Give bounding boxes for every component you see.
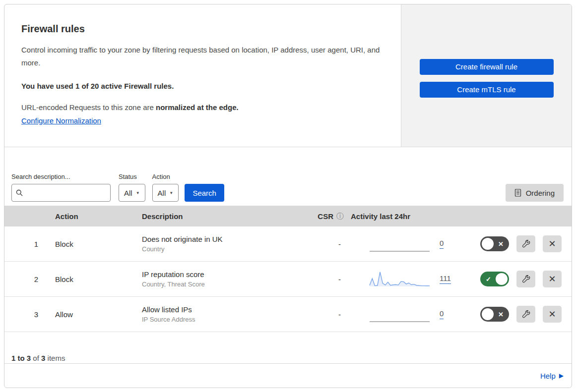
search-button[interactable]: Search — [185, 184, 224, 202]
help-label: Help — [540, 372, 556, 380]
rules-table-body: 1 Block Does not originate in UK Country… — [4, 226, 572, 332]
ordering-list-icon — [514, 189, 521, 197]
rule-controls-cell: ✕ ✕ — [472, 235, 572, 252]
toggle-state-icon: ✕ — [498, 240, 504, 248]
activity-count-link[interactable]: 111 — [440, 274, 451, 284]
toggle-state-icon: ✓ — [486, 276, 491, 283]
status-select[interactable]: All ▼ — [119, 184, 145, 202]
action-select[interactable]: All ▼ — [152, 184, 179, 202]
edit-rule-button[interactable] — [516, 235, 535, 252]
close-icon: ✕ — [548, 309, 556, 320]
rule-fields: IP Source Address — [142, 316, 306, 323]
delete-rule-button[interactable]: ✕ — [543, 271, 562, 287]
enable-toggle[interactable]: ✕ — [480, 307, 509, 322]
search-input[interactable] — [26, 188, 106, 197]
page-description: Control incoming traffic to your zone by… — [21, 44, 381, 70]
rule-description-cell: Allow listed IPs IP Source Address — [135, 305, 306, 323]
toggle-knob — [482, 308, 494, 320]
chevron-down-icon: ▼ — [136, 191, 140, 195]
activity-count-link[interactable]: 0 — [440, 309, 444, 319]
items-of: of — [33, 354, 39, 362]
rule-csr-value: - — [306, 275, 351, 283]
toggle-knob — [496, 273, 508, 285]
table-row: 2 Block IP reputation score Country, Thr… — [4, 262, 572, 297]
table-row: 1 Block Does not originate in UK Country… — [4, 226, 572, 262]
filters-bar: Search description... Status All ▼ Actio… — [4, 147, 572, 202]
enable-toggle[interactable]: ✕ — [480, 236, 509, 251]
ordering-button-label: Ordering — [526, 189, 555, 197]
status-selected-value: All — [124, 189, 132, 197]
toggle-state-icon: ✕ — [498, 311, 504, 318]
create-firewall-rule-button[interactable]: Create firewall rule — [420, 59, 554, 75]
rule-description: Does not originate in UK — [142, 235, 306, 243]
delete-rule-button[interactable]: ✕ — [543, 235, 562, 252]
rule-csr-value: - — [306, 240, 351, 248]
firewall-rules-card: Firewall rules Control incoming traffic … — [4, 4, 572, 388]
normalization-bold: normalized at the edge. — [156, 103, 239, 112]
action-selected-value: All — [158, 189, 166, 197]
ordering-button[interactable]: Ordering — [506, 184, 564, 202]
delete-rule-button[interactable]: ✕ — [543, 306, 562, 323]
help-link[interactable]: Help ▶ — [540, 372, 564, 380]
items-range: 1 to 3 — [11, 354, 31, 362]
wrench-icon — [522, 275, 530, 283]
toggle-knob — [482, 238, 494, 250]
help-bar: Help ▶ — [4, 363, 572, 388]
edit-rule-button[interactable] — [516, 306, 535, 323]
status-label: Status — [119, 173, 145, 180]
rule-activity-cell: 0 — [351, 305, 472, 323]
configure-normalization-link[interactable]: Configure Normalization — [21, 116, 101, 125]
enable-toggle[interactable]: ✓ — [480, 272, 509, 286]
close-icon: ✕ — [548, 274, 556, 284]
items-total: 3 — [41, 354, 45, 362]
rule-activity-cell: 111 — [351, 270, 472, 288]
rule-description: IP reputation score — [142, 270, 306, 279]
rule-controls-cell: ✓ ✕ — [472, 271, 572, 287]
normalization-note: URL-encoded Requests to this zone are no… — [21, 103, 381, 112]
rule-action: Block — [48, 275, 135, 283]
chevron-down-icon: ▼ — [169, 191, 173, 195]
create-mtls-rule-button[interactable]: Create mTLS rule — [420, 82, 554, 98]
status-filter-group: Status All ▼ — [119, 173, 145, 202]
activity-count-link[interactable]: 0 — [440, 239, 444, 249]
normalization-prefix: URL-encoded Requests to this zone are — [21, 103, 156, 112]
search-icon — [16, 189, 23, 197]
hero-actions-panel: Create firewall rule Create mTLS rule — [401, 4, 572, 147]
hero-text-block: Firewall rules Control incoming traffic … — [4, 4, 401, 147]
rule-description: Allow listed IPs — [142, 305, 306, 314]
activity-sparkline — [369, 270, 431, 288]
info-icon[interactable]: ⓘ — [336, 212, 344, 221]
rule-csr-value: - — [306, 310, 351, 319]
rule-description-cell: Does not originate in UK Country — [135, 235, 306, 253]
activity-column-header: Activity last 24hr — [351, 212, 472, 221]
rule-action: Allow — [48, 310, 135, 319]
activity-sparkline — [369, 235, 431, 253]
page-title: Firewall rules — [21, 23, 381, 35]
rule-action: Block — [48, 240, 135, 248]
edit-rule-button[interactable] — [516, 271, 535, 287]
wrench-icon — [522, 310, 530, 319]
table-row: 3 Allow Allow listed IPs IP Source Addre… — [4, 297, 572, 332]
rule-priority: 3 — [4, 310, 48, 319]
hero-section: Firewall rules Control incoming traffic … — [4, 4, 572, 147]
description-column-header: Description — [135, 212, 306, 221]
rule-priority: 2 — [4, 275, 48, 283]
activity-sparkline — [369, 305, 431, 323]
rule-activity-cell: 0 — [351, 235, 472, 253]
search-input-wrapper — [11, 184, 111, 202]
action-label: Action — [152, 173, 179, 180]
table-header-row: Action Description CSR ⓘ Activity last 2… — [4, 206, 572, 226]
action-column-header: Action — [48, 212, 135, 221]
items-word: items — [48, 354, 65, 362]
rule-description-cell: IP reputation score Country, Threat Scor… — [135, 270, 306, 288]
rule-fields: Country, Threat Score — [142, 280, 306, 288]
search-label: Search description... — [11, 173, 111, 180]
close-icon: ✕ — [548, 238, 556, 249]
csr-header-label: CSR — [318, 212, 333, 221]
rule-priority: 1 — [4, 240, 48, 248]
csr-column-header: CSR ⓘ — [306, 212, 351, 221]
help-arrow-icon: ▶ — [559, 372, 564, 379]
usage-note: You have used 1 of 20 active Firewall ru… — [21, 82, 381, 90]
rule-fields: Country — [142, 245, 306, 253]
search-group: Search description... — [11, 173, 111, 202]
